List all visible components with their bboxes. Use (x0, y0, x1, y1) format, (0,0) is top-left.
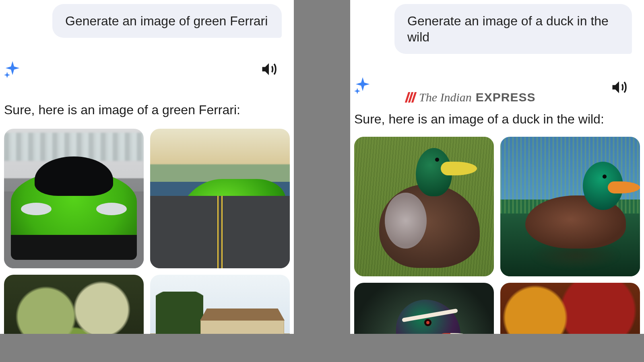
user-prompt-bubble: Generate an image of a duck in the wild (394, 4, 632, 54)
generated-image[interactable] (500, 137, 640, 276)
watermark-text-1: The Indian (419, 90, 472, 104)
watermark-stripes-icon (405, 92, 417, 103)
chat-panel-right: Generate an image of a duck in the wild … (350, 0, 644, 334)
image-grid (354, 137, 640, 334)
chat-panel-left: Generate an image of green Ferrari Sure,… (0, 0, 294, 334)
assistant-response-text: Sure, here is an image of a green Ferrar… (4, 103, 240, 117)
user-prompt-text: Generate an image of a duck in the wild (407, 14, 609, 44)
generated-image[interactable] (500, 283, 640, 334)
image-grid (4, 129, 290, 334)
watermark-text-2: EXPRESS (476, 90, 536, 104)
speaker-icon[interactable] (260, 60, 278, 78)
generated-image[interactable] (354, 283, 494, 334)
generated-image[interactable] (150, 129, 290, 268)
generated-image[interactable] (4, 275, 144, 334)
sparkle-icon (354, 76, 373, 95)
watermark: The Indian EXPRESS (407, 90, 536, 104)
generated-image[interactable] (4, 129, 144, 268)
speaker-icon[interactable] (610, 78, 628, 96)
user-prompt-bubble: Generate an image of green Ferrari (52, 4, 282, 38)
user-prompt-text: Generate an image of green Ferrari (65, 14, 268, 28)
generated-image[interactable] (354, 137, 494, 276)
sparkle-icon (4, 60, 23, 79)
assistant-response-text: Sure, here is an image of a duck in the … (354, 112, 604, 127)
generated-image[interactable] (150, 275, 290, 334)
